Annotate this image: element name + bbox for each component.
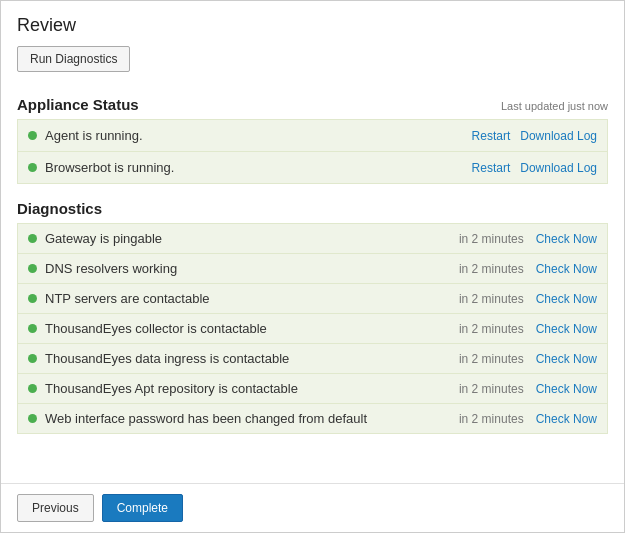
diag-item-right: in 2 minutes Check Now [459, 262, 597, 276]
diag-item-right: in 2 minutes Check Now [459, 352, 597, 366]
check-now-link[interactable]: Check Now [536, 232, 597, 246]
diagnostics-section: Diagnostics Gateway is pingable in 2 min… [17, 200, 608, 434]
diag-item: Web interface password has been changed … [18, 404, 607, 433]
check-now-link[interactable]: Check Now [536, 352, 597, 366]
diagnostics-header-row: Diagnostics [17, 200, 608, 217]
status-item-label: Browserbot is running. [45, 160, 174, 175]
status-item-left: Browserbot is running. [28, 160, 174, 175]
diag-item-label: ThousandEyes data ingress is contactable [45, 351, 289, 366]
check-now-link[interactable]: Check Now [536, 292, 597, 306]
green-status-dot [28, 163, 37, 172]
diag-item: Gateway is pingable in 2 minutes Check N… [18, 224, 607, 254]
appliance-status-header-row: Appliance Status Last updated just now [17, 96, 608, 113]
restart-link[interactable]: Restart [472, 161, 511, 175]
diag-item-left: Web interface password has been changed … [28, 411, 367, 426]
appliance-status-item: Browserbot is running. Restart Download … [18, 152, 607, 183]
green-status-dot [28, 414, 37, 423]
diag-item: ThousandEyes Apt repository is contactab… [18, 374, 607, 404]
diag-time: in 2 minutes [459, 232, 524, 246]
check-now-link[interactable]: Check Now [536, 412, 597, 426]
check-now-link[interactable]: Check Now [536, 382, 597, 396]
diag-item: NTP servers are contactable in 2 minutes… [18, 284, 607, 314]
diagnostics-title: Diagnostics [17, 200, 102, 217]
green-status-dot [28, 294, 37, 303]
diag-item-label: Web interface password has been changed … [45, 411, 367, 426]
diagnostics-block: Gateway is pingable in 2 minutes Check N… [17, 223, 608, 434]
diag-item: DNS resolvers working in 2 minutes Check… [18, 254, 607, 284]
diag-time: in 2 minutes [459, 292, 524, 306]
green-status-dot [28, 354, 37, 363]
complete-button[interactable]: Complete [102, 494, 183, 522]
appliance-status-item: Agent is running. Restart Download Log [18, 120, 607, 152]
diag-item-left: DNS resolvers working [28, 261, 177, 276]
green-status-dot [28, 234, 37, 243]
green-status-dot [28, 264, 37, 273]
diag-time: in 2 minutes [459, 412, 524, 426]
previous-button[interactable]: Previous [17, 494, 94, 522]
run-diagnostics-button[interactable]: Run Diagnostics [17, 46, 130, 72]
diag-item-label: ThousandEyes collector is contactable [45, 321, 267, 336]
diag-item-left: ThousandEyes Apt repository is contactab… [28, 381, 298, 396]
page-title: Review [17, 15, 608, 36]
diag-item-right: in 2 minutes Check Now [459, 322, 597, 336]
green-status-dot [28, 384, 37, 393]
diag-item-right: in 2 minutes Check Now [459, 412, 597, 426]
green-status-dot [28, 324, 37, 333]
diag-item-label: DNS resolvers working [45, 261, 177, 276]
restart-link[interactable]: Restart [472, 129, 511, 143]
footer: Previous Complete [1, 483, 624, 532]
content-area: Appliance Status Last updated just now A… [1, 82, 624, 483]
diag-time: in 2 minutes [459, 352, 524, 366]
page-header: Review Run Diagnostics [1, 1, 624, 82]
diag-item-left: Gateway is pingable [28, 231, 162, 246]
status-item-label: Agent is running. [45, 128, 143, 143]
diag-item-left: NTP servers are contactable [28, 291, 210, 306]
last-updated-text: Last updated just now [501, 100, 608, 112]
diag-time: in 2 minutes [459, 322, 524, 336]
download-log-link[interactable]: Download Log [520, 161, 597, 175]
check-now-link[interactable]: Check Now [536, 322, 597, 336]
page-container: Review Run Diagnostics Appliance Status … [0, 0, 625, 533]
diag-item-label: ThousandEyes Apt repository is contactab… [45, 381, 298, 396]
download-log-link[interactable]: Download Log [520, 129, 597, 143]
diag-item-right: in 2 minutes Check Now [459, 292, 597, 306]
diag-item-left: ThousandEyes collector is contactable [28, 321, 267, 336]
diag-time: in 2 minutes [459, 382, 524, 396]
appliance-status-block: Agent is running. Restart Download Log B… [17, 119, 608, 184]
status-item-actions: Restart Download Log [472, 129, 597, 143]
diag-time: in 2 minutes [459, 262, 524, 276]
diag-item-left: ThousandEyes data ingress is contactable [28, 351, 289, 366]
green-status-dot [28, 131, 37, 140]
diag-item-right: in 2 minutes Check Now [459, 382, 597, 396]
check-now-link[interactable]: Check Now [536, 262, 597, 276]
appliance-status-title: Appliance Status [17, 96, 139, 113]
status-item-actions: Restart Download Log [472, 161, 597, 175]
diag-item: ThousandEyes data ingress is contactable… [18, 344, 607, 374]
status-item-left: Agent is running. [28, 128, 143, 143]
diag-item-right: in 2 minutes Check Now [459, 232, 597, 246]
diag-item-label: Gateway is pingable [45, 231, 162, 246]
diag-item: ThousandEyes collector is contactable in… [18, 314, 607, 344]
diag-item-label: NTP servers are contactable [45, 291, 210, 306]
